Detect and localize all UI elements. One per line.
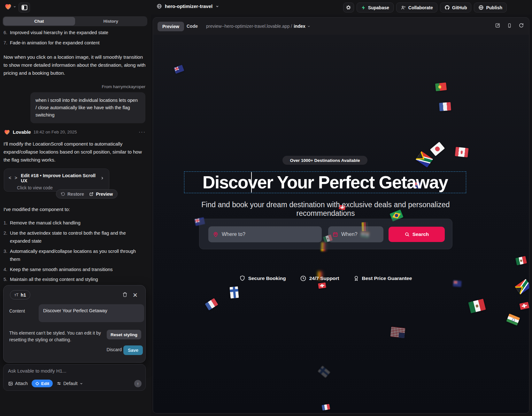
chevron-down-icon (215, 4, 219, 8)
flag-france-icon (439, 102, 451, 111)
globe-icon (157, 4, 162, 9)
destinations-badge: Over 1000+ Destinations Available (282, 156, 367, 165)
feature-best-price: Best Price Guarantee (353, 275, 412, 282)
hero-heading[interactable]: Discover Your Perfect Getaway (184, 172, 466, 193)
when-field[interactable] (328, 226, 383, 242)
supabase-bolt-icon (361, 5, 366, 10)
preview-toolbar: Preview Code preview--hero-optimizer-tra… (153, 18, 529, 35)
content-textarea[interactable]: Discover Your Perfect Getaway (39, 304, 144, 322)
flag-mexico-icon (468, 299, 486, 314)
project-switcher[interactable]: hero-optimizer-travel (157, 4, 219, 9)
send-button[interactable]: ↑ (134, 380, 142, 387)
open-in-new-tab-button[interactable] (495, 23, 500, 28)
tab-history[interactable]: History (75, 17, 147, 26)
flag-switzerland-icon (318, 282, 326, 289)
flag-portugal-icon (435, 82, 447, 91)
chevron-right-icon (100, 176, 104, 180)
flag-finland-icon (229, 286, 239, 299)
restore-button[interactable]: Restore (61, 192, 84, 197)
chat-prompt-input[interactable] (8, 368, 136, 374)
publish-label: Publish (486, 5, 502, 10)
list-item: 1.Remove the manual click handling (0, 219, 146, 227)
feature-highlights: Secure Booking 24/7 Support Best Price G… (227, 275, 425, 282)
panel-left-icon (21, 5, 27, 10)
preview-viewport: Over 1000+ Destinations Available Discov… (153, 35, 529, 413)
where-to-input[interactable] (222, 231, 317, 237)
chat-input-toolbar: Attach Edit Default ↑ (8, 380, 142, 387)
chat-sidebar: Chat History 6.Improved visual hierarchy… (0, 15, 151, 416)
lovable-logo-menu[interactable] (4, 3, 16, 10)
sliders-icon (57, 381, 61, 386)
discard-button[interactable]: Discard (107, 347, 122, 352)
supabase-button[interactable]: Supabase (357, 3, 394, 12)
reset-styling-button[interactable]: Reset styling (107, 330, 141, 339)
tab-preview[interactable]: Preview (158, 22, 184, 31)
globe-icon (478, 5, 484, 10)
feature-support: 24/7 Support (300, 275, 339, 282)
from-user-label: From harrymckayroper (102, 84, 145, 89)
location-pin-icon (213, 231, 219, 238)
assistant-paragraph: Now when you click on a location image, … (4, 53, 146, 77)
element-tag-pill[interactable]: тT h1 (10, 290, 30, 299)
search-icon (405, 232, 410, 237)
assistant-paragraph: I'll modify the LocationScroll component… (4, 140, 146, 164)
element-tag-name: h1 (21, 292, 26, 298)
collaborate-button[interactable]: Collaborate (396, 3, 437, 12)
preview-version-button[interactable]: Preview (89, 192, 113, 197)
publish-button[interactable]: Publish (474, 3, 507, 12)
tab-code[interactable]: Code (187, 24, 198, 29)
refresh-button[interactable] (519, 23, 524, 28)
github-icon (444, 5, 450, 10)
tab-chat[interactable]: Chat (3, 17, 75, 26)
content-field-label: Content (9, 308, 25, 314)
flag-za-icon (515, 279, 529, 295)
code-icon: < > (9, 176, 18, 181)
message-menu-button[interactable]: ··· (139, 129, 146, 135)
assistant-name: Lovable (13, 129, 31, 135)
chevron-down-icon (80, 382, 83, 385)
flag-usa-icon (390, 327, 405, 338)
topbar-actions: Supabase Collaborate GitHub Publish (343, 3, 507, 12)
styling-note: This element can't be styled. You can ed… (9, 330, 105, 343)
chevron-down-icon (13, 5, 16, 8)
mobile-view-button[interactable] (507, 23, 512, 28)
github-label: GitHub (452, 5, 467, 10)
assistant-paragraph: I've modified the component to: (4, 205, 146, 213)
edit-version-card[interactable]: < > Edit #18 • Improve Location Scroll U… (4, 169, 109, 192)
preview-url[interactable]: preview--hero-optimizer-travel.lovable.a… (206, 24, 311, 29)
restore-icon (61, 192, 65, 196)
feature-secure-booking: Secure Booking (239, 275, 286, 282)
user-message-bubble: when i scroll into the individual locati… (30, 92, 145, 123)
assistant-steps-list: 1.Remove the manual click handling2.Use … (0, 219, 146, 286)
github-button[interactable]: GitHub (440, 3, 472, 12)
where-to-field[interactable] (208, 226, 322, 242)
flag-india-icon (506, 314, 520, 326)
model-default-selector[interactable]: Default (57, 381, 83, 386)
url-path: index (294, 24, 305, 29)
gear-icon (346, 5, 351, 10)
shield-icon (239, 275, 245, 282)
attach-button[interactable]: Attach (8, 381, 28, 386)
close-panel-button[interactable]: ✕ (133, 291, 138, 299)
edit-mode-button[interactable]: Edit (32, 380, 53, 387)
assistant-list-top: 6.Improved visual hierarchy in the expan… (0, 29, 146, 49)
list-item: 7.Fade-in animation for the expanded con… (0, 39, 146, 47)
settings-button[interactable] (343, 3, 354, 12)
image-icon (8, 381, 13, 386)
flag-finland-icon (318, 366, 330, 378)
project-name: hero-optimizer-travel (165, 4, 212, 9)
lovable-heart-icon (4, 129, 10, 135)
sidebar-tabs: Chat History (3, 16, 147, 26)
people-icon (401, 5, 406, 10)
save-button[interactable]: Save (123, 345, 143, 355)
when-input[interactable] (341, 231, 379, 237)
flag-canada-icon (455, 147, 469, 157)
element-editor-panel: тT h1 ✕ Content Discover Your Perfect Ge… (3, 285, 146, 363)
list-item: 5.Maintain all the existing content and … (0, 276, 146, 284)
search-button[interactable]: Search (389, 227, 445, 242)
delete-element-button[interactable] (122, 292, 127, 297)
flag-france-icon (205, 298, 218, 310)
flag-japan-icon (430, 142, 445, 156)
message-timestamp: 18:42 on Feb 20, 2025 (34, 130, 77, 134)
sidebar-toggle-button[interactable] (19, 3, 30, 12)
